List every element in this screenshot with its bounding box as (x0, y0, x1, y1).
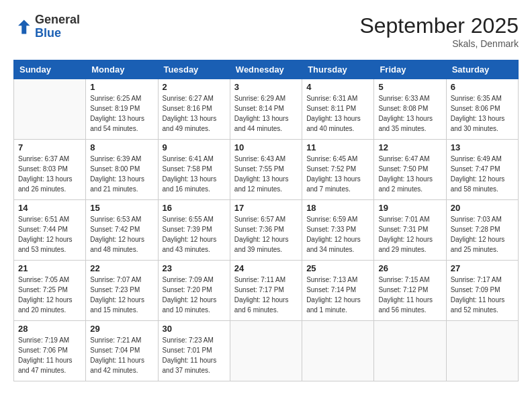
calendar-week-row: 28Sunrise: 7:19 AM Sunset: 7:06 PM Dayli… (14, 321, 519, 381)
calendar-cell: 2Sunrise: 6:27 AM Sunset: 8:16 PM Daylig… (158, 79, 230, 140)
logo-general: General (35, 13, 80, 26)
day-info: Sunrise: 7:03 AM Sunset: 7:28 PM Dayligh… (451, 214, 514, 255)
day-info: Sunrise: 7:07 AM Sunset: 7:23 PM Dayligh… (90, 275, 153, 315)
calendar-cell: 8Sunrise: 6:39 AM Sunset: 8:00 PM Daylig… (86, 140, 158, 200)
weekday-header-friday: Friday (374, 60, 446, 79)
calendar-cell: 25Sunrise: 7:13 AM Sunset: 7:14 PM Dayli… (302, 261, 374, 321)
day-info: Sunrise: 6:47 AM Sunset: 7:50 PM Dayligh… (378, 154, 441, 194)
day-number: 29 (90, 324, 153, 334)
day-info: Sunrise: 7:17 AM Sunset: 7:09 PM Dayligh… (451, 275, 514, 315)
calendar-cell: 21Sunrise: 7:05 AM Sunset: 7:25 PM Dayli… (14, 261, 86, 321)
calendar-cell: 7Sunrise: 6:37 AM Sunset: 8:03 PM Daylig… (14, 140, 86, 200)
day-number: 23 (163, 263, 226, 273)
calendar-cell: 17Sunrise: 6:57 AM Sunset: 7:36 PM Dayli… (230, 200, 302, 261)
month-title: September 2025 (359, 13, 519, 38)
calendar-cell: 28Sunrise: 7:19 AM Sunset: 7:06 PM Dayli… (14, 321, 86, 381)
day-info: Sunrise: 7:21 AM Sunset: 7:04 PM Dayligh… (90, 335, 153, 375)
calendar-cell: 12Sunrise: 6:47 AM Sunset: 7:50 PM Dayli… (374, 140, 446, 200)
calendar-cell: 22Sunrise: 7:07 AM Sunset: 7:23 PM Dayli… (86, 261, 158, 321)
day-number: 5 (378, 82, 441, 92)
location-label: Skals, Denmark (359, 38, 519, 49)
calendar-week-row: 7Sunrise: 6:37 AM Sunset: 8:03 PM Daylig… (14, 140, 519, 200)
calendar-cell (14, 79, 86, 140)
calendar-cell: 11Sunrise: 6:45 AM Sunset: 7:52 PM Dayli… (302, 140, 374, 200)
calendar-cell: 3Sunrise: 6:29 AM Sunset: 8:14 PM Daylig… (230, 79, 302, 140)
day-info: Sunrise: 7:11 AM Sunset: 7:17 PM Dayligh… (234, 275, 298, 315)
day-number: 9 (163, 142, 226, 152)
day-number: 7 (18, 142, 81, 152)
day-number: 25 (306, 263, 369, 273)
day-info: Sunrise: 6:39 AM Sunset: 8:00 PM Dayligh… (90, 154, 153, 194)
day-number: 4 (306, 82, 369, 92)
calendar-cell: 19Sunrise: 7:01 AM Sunset: 7:31 PM Dayli… (374, 200, 446, 261)
calendar-cell (446, 321, 518, 381)
calendar-cell: 23Sunrise: 7:09 AM Sunset: 7:20 PM Dayli… (158, 261, 230, 321)
weekday-header-saturday: Saturday (446, 60, 518, 79)
day-number: 1 (90, 82, 153, 92)
logo-blue-text: Blue (35, 26, 61, 40)
day-number: 20 (451, 203, 514, 213)
day-info: Sunrise: 7:23 AM Sunset: 7:01 PM Dayligh… (163, 335, 226, 375)
day-info: Sunrise: 7:19 AM Sunset: 7:06 PM Dayligh… (18, 335, 81, 375)
calendar-cell (374, 321, 446, 381)
day-info: Sunrise: 6:59 AM Sunset: 7:33 PM Dayligh… (306, 214, 369, 255)
calendar-cell: 4Sunrise: 6:31 AM Sunset: 8:11 PM Daylig… (302, 79, 374, 140)
day-info: Sunrise: 6:57 AM Sunset: 7:36 PM Dayligh… (234, 214, 298, 255)
calendar-header: SundayMondayTuesdayWednesdayThursdayFrid… (14, 60, 519, 79)
day-info: Sunrise: 6:31 AM Sunset: 8:11 PM Dayligh… (306, 93, 369, 134)
weekday-header-tuesday: Tuesday (158, 60, 230, 79)
calendar-cell: 18Sunrise: 6:59 AM Sunset: 7:33 PM Dayli… (302, 200, 374, 261)
title-section: September 2025 Skals, Denmark (359, 13, 519, 49)
day-number: 12 (378, 142, 441, 152)
day-number: 26 (378, 263, 441, 273)
svg-marker-0 (18, 19, 30, 34)
calendar-week-row: 14Sunrise: 6:51 AM Sunset: 7:44 PM Dayli… (14, 200, 519, 261)
day-number: 6 (451, 82, 514, 92)
calendar-cell: 1Sunrise: 6:25 AM Sunset: 8:19 PM Daylig… (86, 79, 158, 140)
calendar-cell: 20Sunrise: 7:03 AM Sunset: 7:28 PM Dayli… (446, 200, 518, 261)
page-header: General Blue September 2025 Skals, Denma… (13, 13, 519, 49)
calendar-cell: 6Sunrise: 6:35 AM Sunset: 8:06 PM Daylig… (446, 79, 518, 140)
day-number: 8 (90, 142, 153, 152)
day-number: 21 (18, 263, 81, 273)
calendar-cell: 27Sunrise: 7:17 AM Sunset: 7:09 PM Dayli… (446, 261, 518, 321)
day-number: 13 (451, 142, 514, 152)
day-number: 2 (163, 82, 226, 92)
calendar-cell: 29Sunrise: 7:21 AM Sunset: 7:04 PM Dayli… (86, 321, 158, 381)
logo-text: General Blue (35, 13, 80, 40)
day-number: 22 (90, 263, 153, 273)
weekday-header-row: SundayMondayTuesdayWednesdayThursdayFrid… (14, 60, 519, 79)
calendar-cell: 26Sunrise: 7:15 AM Sunset: 7:12 PM Dayli… (374, 261, 446, 321)
calendar-cell: 30Sunrise: 7:23 AM Sunset: 7:01 PM Dayli… (158, 321, 230, 381)
day-info: Sunrise: 7:13 AM Sunset: 7:14 PM Dayligh… (306, 275, 369, 315)
weekday-header-thursday: Thursday (302, 60, 374, 79)
day-info: Sunrise: 7:15 AM Sunset: 7:12 PM Dayligh… (378, 275, 441, 315)
day-number: 11 (306, 142, 369, 152)
day-info: Sunrise: 7:05 AM Sunset: 7:25 PM Dayligh… (18, 275, 81, 315)
day-number: 27 (451, 263, 514, 273)
day-info: Sunrise: 6:51 AM Sunset: 7:44 PM Dayligh… (18, 214, 81, 255)
calendar-cell: 16Sunrise: 6:55 AM Sunset: 7:39 PM Dayli… (158, 200, 230, 261)
calendar-week-row: 21Sunrise: 7:05 AM Sunset: 7:25 PM Dayli… (14, 261, 519, 321)
calendar-cell: 13Sunrise: 6:49 AM Sunset: 7:47 PM Dayli… (446, 140, 518, 200)
calendar-cell: 10Sunrise: 6:43 AM Sunset: 7:55 PM Dayli… (230, 140, 302, 200)
calendar-cell: 5Sunrise: 6:33 AM Sunset: 8:08 PM Daylig… (374, 79, 446, 140)
day-info: Sunrise: 6:33 AM Sunset: 8:08 PM Dayligh… (378, 93, 441, 134)
day-number: 18 (306, 203, 369, 213)
calendar-cell: 9Sunrise: 6:41 AM Sunset: 7:58 PM Daylig… (158, 140, 230, 200)
day-number: 14 (18, 203, 81, 213)
weekday-header-monday: Monday (86, 60, 158, 79)
day-number: 24 (234, 263, 298, 273)
day-info: Sunrise: 6:35 AM Sunset: 8:06 PM Dayligh… (451, 93, 514, 134)
day-info: Sunrise: 7:09 AM Sunset: 7:20 PM Dayligh… (163, 275, 226, 315)
day-info: Sunrise: 7:01 AM Sunset: 7:31 PM Dayligh… (378, 214, 441, 255)
day-info: Sunrise: 6:55 AM Sunset: 7:39 PM Dayligh… (163, 214, 226, 255)
calendar-body: 1Sunrise: 6:25 AM Sunset: 8:19 PM Daylig… (14, 79, 519, 381)
calendar-cell: 24Sunrise: 7:11 AM Sunset: 7:17 PM Dayli… (230, 261, 302, 321)
day-info: Sunrise: 6:27 AM Sunset: 8:16 PM Dayligh… (163, 93, 226, 134)
day-info: Sunrise: 6:37 AM Sunset: 8:03 PM Dayligh… (18, 154, 81, 194)
calendar-cell (302, 321, 374, 381)
logo-icon (13, 17, 32, 36)
day-info: Sunrise: 6:43 AM Sunset: 7:55 PM Dayligh… (234, 154, 298, 194)
weekday-header-sunday: Sunday (14, 60, 86, 79)
